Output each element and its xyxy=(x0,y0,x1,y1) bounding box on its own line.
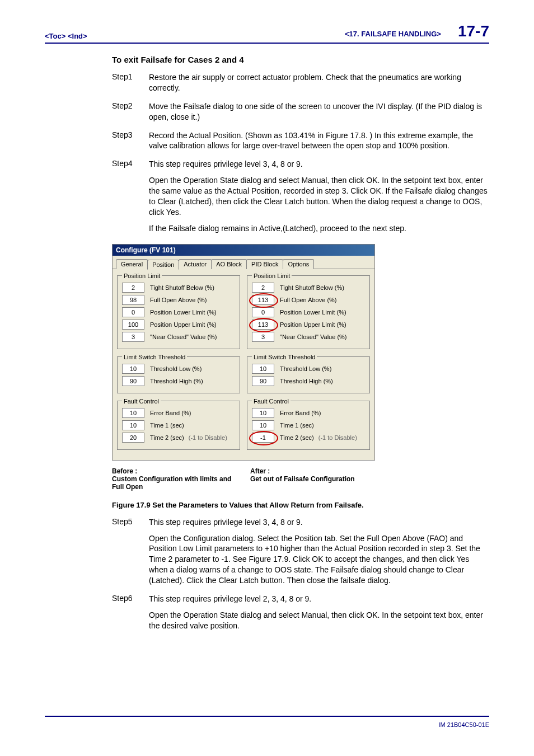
tab-position[interactable]: Position xyxy=(147,260,179,270)
after-pll-value[interactable]: 0 xyxy=(252,307,274,317)
figure-caption: Figure 17.9 Set the Parameters to Values… xyxy=(112,501,489,509)
figure-captions: Before : Custom Configuration with limit… xyxy=(112,467,375,491)
label-tlo: Threshold Low (%) xyxy=(150,365,202,372)
before-ncv-value[interactable]: 3 xyxy=(122,332,144,342)
group-position-limit: Position Limit xyxy=(122,273,162,279)
header-toc-ind[interactable]: <Toc> <Ind> xyxy=(45,32,87,40)
step6-text-1: This step requires privilege level 2, 3,… xyxy=(149,594,489,604)
after-limit-switch: Limit Switch Threshold 10Threshold Low (… xyxy=(247,354,370,393)
step2-label: Step2 xyxy=(112,101,149,123)
after-panel: Position Limit 2Tight Shutoff Below (%) … xyxy=(247,273,370,454)
label-pul: Position Upper Limit (%) xyxy=(150,321,217,328)
after-fault-control: Fault Control 10Error Band (%) 10Time 1 … xyxy=(247,398,370,450)
step5-text-2: Open the Configuration dialog. Select th… xyxy=(149,533,489,586)
before-tsb-value[interactable]: 2 xyxy=(122,283,144,293)
before-limit-switch: Limit Switch Threshold 10Threshold Low (… xyxy=(117,354,240,393)
label-tsb: Tight Shutoff Below (%) xyxy=(150,284,214,291)
before-t1-value[interactable]: 10 xyxy=(122,420,144,430)
group-limit-switch-2: Limit Switch Threshold xyxy=(252,354,317,360)
disable-note: (-1 to Disable) xyxy=(189,434,227,441)
label-foa: Full Open Above (%) xyxy=(150,297,207,303)
step1-text: Restore the air supply or correct actuat… xyxy=(149,72,489,93)
before-position-limit: Position Limit 2Tight Shutoff Below (%) … xyxy=(117,273,240,349)
configure-dialog: Configure (FV 101) General Position Actu… xyxy=(112,244,375,461)
tab-general[interactable]: General xyxy=(116,259,148,269)
dialog-tabs: General Position Actuator AO Block PID B… xyxy=(113,256,374,269)
before-caption-text: Custom Configuration with limits and Ful… xyxy=(112,475,237,491)
after-thi-value[interactable]: 90 xyxy=(252,376,274,386)
tab-actuator[interactable]: Actuator xyxy=(179,259,212,269)
group-limit-switch: Limit Switch Threshold xyxy=(122,354,187,360)
footer-rule xyxy=(45,716,489,717)
before-fault-control: Fault Control 10Error Band (%) 10Time 1 … xyxy=(117,398,240,450)
label-t2: Time 2 (sec) xyxy=(150,434,184,441)
group-fault-control: Fault Control xyxy=(122,398,161,405)
after-ncv-value[interactable]: 3 xyxy=(252,332,274,342)
header-section-title: <17. FAILSAFE HANDLING> xyxy=(345,30,441,38)
before-tlo-value[interactable]: 10 xyxy=(122,364,144,374)
before-pll-value[interactable]: 0 xyxy=(122,307,144,317)
step5-text-1: This step requires privilege level 3, 4,… xyxy=(149,517,489,528)
step4-text-3: If the Failsafe dialog remains in Active… xyxy=(149,223,489,234)
step3-label: Step3 xyxy=(112,130,149,152)
label-t1: Time 1 (sec) xyxy=(150,422,184,429)
page-header: <Toc> <Ind> <17. FAILSAFE HANDLING> 17-7 xyxy=(45,22,489,44)
step4-text-1: This step requires privilege level 3, 4,… xyxy=(149,159,489,170)
after-caption-head: After : xyxy=(250,467,375,475)
after-caption-text: Get out of Failsafe Configuration xyxy=(250,475,375,483)
before-t2-value[interactable]: 20 xyxy=(122,433,144,443)
after-t1-value[interactable]: 10 xyxy=(252,420,274,430)
after-position-limit: Position Limit 2Tight Shutoff Below (%) … xyxy=(247,273,370,349)
after-t2-value[interactable]: -1 xyxy=(252,433,274,443)
tab-pid-block[interactable]: PID Block xyxy=(246,259,283,269)
before-pul-value[interactable]: 100 xyxy=(122,320,144,330)
step3-text: Record the Actual Position. (Shown as 10… xyxy=(149,130,489,152)
before-panel: Position Limit 2Tight Shutoff Below (%) … xyxy=(117,273,240,454)
before-foa-value[interactable]: 98 xyxy=(122,295,144,305)
before-thi-value[interactable]: 90 xyxy=(122,376,144,386)
before-caption-head: Before : xyxy=(112,467,237,475)
step4-label: Step4 xyxy=(112,159,149,233)
label-pll: Position Lower Limit (%) xyxy=(150,309,217,316)
section-heading: To exit Failsafe for Cases 2 and 4 xyxy=(112,55,489,64)
label-thi: Threshold High (%) xyxy=(150,378,203,384)
tab-ao-block[interactable]: AO Block xyxy=(211,259,247,269)
footer-doc-id: IM 21B04C50-01E xyxy=(439,721,490,728)
dialog-titlebar: Configure (FV 101) xyxy=(113,245,374,256)
group-position-limit-2: Position Limit xyxy=(252,273,292,279)
tab-options[interactable]: Options xyxy=(283,259,314,269)
after-eb-value[interactable]: 10 xyxy=(252,408,274,418)
after-tlo-value[interactable]: 10 xyxy=(252,364,274,374)
step5-label: Step5 xyxy=(112,517,149,586)
step1-label: Step1 xyxy=(112,72,149,93)
step6-label: Step6 xyxy=(112,594,149,631)
after-tsb-value[interactable]: 2 xyxy=(252,283,274,293)
label-eb: Error Band (%) xyxy=(150,410,191,416)
group-fault-control-2: Fault Control xyxy=(252,398,291,405)
after-foa-value[interactable]: 113 xyxy=(252,295,274,305)
after-pul-value[interactable]: 113 xyxy=(252,320,274,330)
step6-text-2: Open the Operation State dialog and sele… xyxy=(149,610,489,631)
step2-text: Move the Failsafe dialog to one side of … xyxy=(149,101,489,123)
figure-17-9: Configure (FV 101) General Position Actu… xyxy=(112,244,375,491)
label-ncv: "Near Closed" Value (%) xyxy=(150,334,217,340)
before-eb-value[interactable]: 10 xyxy=(122,408,144,418)
step4-text-2: Open the Operation State dialog and sele… xyxy=(149,175,489,218)
header-page-number: 17-7 xyxy=(458,22,489,40)
